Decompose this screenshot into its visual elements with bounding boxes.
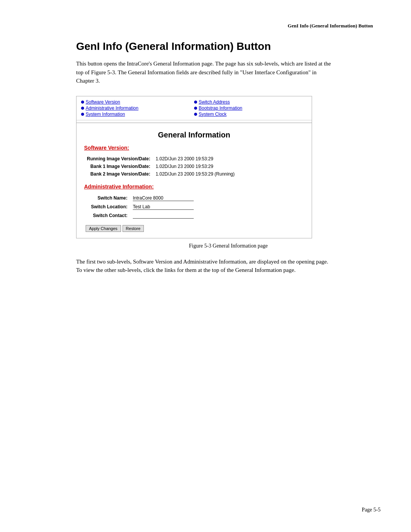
row-value: 1.02D/Jun 23 2000 19:53:29 xyxy=(154,155,303,162)
nav-dot-system-clock xyxy=(194,113,197,116)
nav-link-switch-address[interactable]: Switch Address xyxy=(199,99,230,105)
nav-link-software[interactable]: Software Version xyxy=(86,99,120,105)
figure-caption: Figure 5-3 General Information page xyxy=(76,243,381,249)
nav-dot-bootstrap xyxy=(194,107,197,110)
nav-item-system-info[interactable]: System Information xyxy=(81,112,194,117)
nav-dot-software xyxy=(81,101,84,104)
button-row: Apply Changes Restore xyxy=(86,225,304,232)
switch-contact-label: Switch Contact: xyxy=(85,212,131,220)
figure-box: Software Version Switch Address Administ… xyxy=(76,96,312,238)
table-row: Switch Contact: xyxy=(85,212,303,220)
intro-paragraph: This button opens the IntraCore's Genera… xyxy=(76,59,335,85)
page-container: GenI Info (General Information) Button G… xyxy=(0,0,411,532)
header-label: GenI Info (General Information) Button xyxy=(76,23,381,29)
nav-item-admin[interactable]: Administrative Information xyxy=(81,105,194,111)
table-row: Bank 2 Image Version/Date: 1.02D/Jun 23 … xyxy=(85,171,303,177)
body-text: The first two sub-levels, Software Versi… xyxy=(76,257,335,275)
switch-name-input[interactable] xyxy=(133,195,194,201)
nav-dot-switch-address xyxy=(194,101,197,104)
switch-location-input[interactable] xyxy=(133,204,194,210)
nav-item-system-clock[interactable]: System Clock xyxy=(194,112,307,117)
software-version-heading: Software Version: xyxy=(84,145,304,151)
restore-button[interactable]: Restore xyxy=(123,225,144,232)
gen-info-title: General Information xyxy=(84,131,304,139)
figure-nav: Software Version Switch Address Administ… xyxy=(76,96,312,120)
nav-dot-system-info xyxy=(81,113,84,116)
software-version-table: Running Image Version/Date: 1.02D/Jun 23… xyxy=(84,155,304,178)
switch-location-value[interactable] xyxy=(131,203,303,211)
row-value: 1.02D/Jun 23 2000 19:53:29 (Running) xyxy=(154,171,303,177)
page-title: GenI Info (General Information) Button xyxy=(76,40,381,53)
switch-contact-value[interactable] xyxy=(131,212,303,220)
switch-name-value[interactable] xyxy=(131,194,303,202)
nav-link-system-info[interactable]: System Information xyxy=(86,112,125,117)
admin-info-heading: Administrative Information: xyxy=(84,184,304,190)
page-footer: Page 5-5 xyxy=(362,507,381,513)
nav-link-admin[interactable]: Administrative Information xyxy=(86,105,139,111)
figure-content: General Information Software Version: Ru… xyxy=(76,125,312,238)
table-row: Bank 1 Image Version/Date: 1.02D/Jun 23 … xyxy=(85,163,303,170)
row-label: Bank 2 Image Version/Date: xyxy=(85,171,153,177)
row-label: Running Image Version/Date: xyxy=(85,155,153,162)
nav-item-bootstrap[interactable]: Bootstrap Information xyxy=(194,105,307,111)
table-row: Switch Location: xyxy=(85,203,303,211)
nav-dot-admin xyxy=(81,107,84,110)
row-label: Bank 1 Image Version/Date: xyxy=(85,163,153,170)
switch-location-label: Switch Location: xyxy=(85,203,131,211)
figure-divider xyxy=(76,123,312,123)
nav-grid: Software Version Switch Address Administ… xyxy=(81,99,307,117)
switch-contact-input[interactable] xyxy=(133,213,194,219)
nav-link-system-clock[interactable]: System Clock xyxy=(199,112,226,117)
nav-link-bootstrap[interactable]: Bootstrap Information xyxy=(199,105,242,111)
row-value: 1.02D/Jun 23 2000 19:53:29 xyxy=(154,163,303,170)
table-row: Switch Name: xyxy=(85,194,303,202)
nav-item-software[interactable]: Software Version xyxy=(81,99,194,105)
nav-item-switch-address[interactable]: Switch Address xyxy=(194,99,307,105)
switch-name-label: Switch Name: xyxy=(85,194,131,202)
table-row: Running Image Version/Date: 1.02D/Jun 23… xyxy=(85,155,303,162)
admin-info-table: Switch Name: Switch Location: Switch Con… xyxy=(84,193,304,220)
apply-changes-button[interactable]: Apply Changes xyxy=(86,225,121,232)
